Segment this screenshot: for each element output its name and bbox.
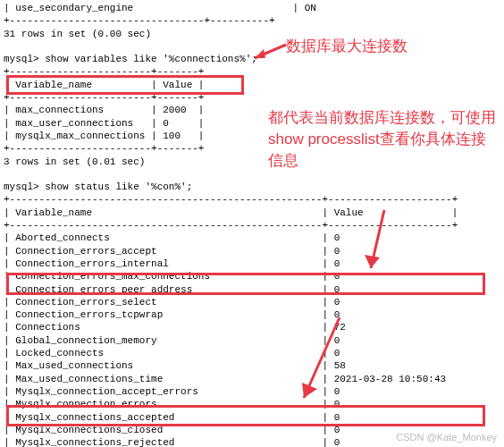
line: | mysqlx_max_connections | 100 | [4,131,204,141]
line: mysql> show variables like '%connections… [4,54,257,64]
line: | Max_used_connections_time | 2021-03-28… [4,374,446,384]
line: +------------------------+-------+ [4,66,204,77]
line: +------------------------+-------+ [4,92,204,103]
terminal-output: | use_secondary_engine | ON +-----------… [0,0,504,447]
line: +---------------------------------+-----… [4,15,275,26]
line: | Connection_errors_max_connections | 0 [4,271,340,282]
line: | Mysqlx_connections_accepted | 0 [4,412,340,423]
line: | Connection_errors_internal | 0 [4,258,340,269]
watermark: CSDN @Kate_Monkey [396,431,497,443]
line: | Connection_errors_accept | 0 [4,246,340,257]
line: | use_secondary_engine | ON [4,3,316,13]
annotation-current-connections: 都代表当前数据库连接数，可使用show processlist查看你具体连接信息 [268,107,500,171]
line: | Locked_connects | 0 [4,348,340,358]
line: | max_connections | 2000 | [4,105,204,115]
line: | Variable_name | Value | [4,80,204,90]
line: | Aborted_connects | 0 [4,232,340,243]
line: +---------------------------------------… [4,194,458,205]
line: | Max_used_connections | 58 [4,360,346,371]
line: | Connection_errors_select | 0 [4,297,340,308]
line: | Mysqlx_connections_closed | 0 [4,425,340,435]
line: | Connection_errors_peer_address | 0 [4,284,340,295]
line: +------------------------+-------+ [4,143,204,154]
line: | Connections | 72 [4,322,346,333]
line: +---------------------------------------… [4,220,458,231]
line: | Global_connection_memory | 0 [4,335,340,346]
line: | Variable_name | Value | [4,207,458,218]
line: | Mysqlx_connections_rejected | 0 [4,437,340,447]
line: | Mysqlx_connection_errors | 0 [4,399,340,409]
line: mysql> show status like '%con%'; [4,181,192,192]
line: | max_user_connections | 0 | [4,118,204,129]
line: 3 rows in set (0.01 sec) [4,156,145,167]
line: | Mysqlx_connection_accept_errors | 0 [4,386,340,397]
line: | Connection_errors_tcpwrap | 0 [4,309,340,320]
line: 31 rows in set (0.00 sec) [4,29,151,39]
annotation-max-connections: 数据库最大连接数 [286,36,407,57]
